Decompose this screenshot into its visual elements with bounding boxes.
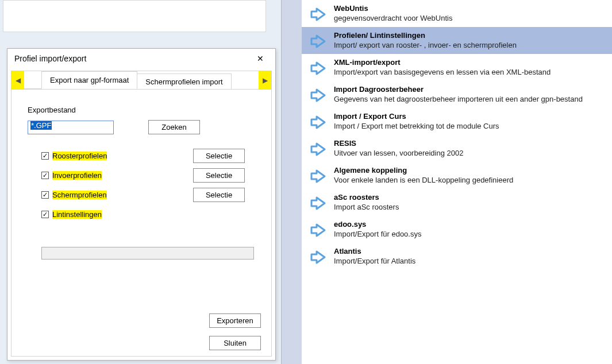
sidebar-item-desc: Gegevens van het dagroosterbeheer import… [334, 95, 606, 103]
export-arrow-icon [309, 59, 327, 78]
sidebar-item-8[interactable]: edoo.sysImport/Export für edoo.sys [302, 216, 612, 243]
chevron-right-icon: ▶ [263, 76, 268, 84]
search-button[interactable]: Zoeken [148, 120, 200, 134]
checkbox-list: Roosterprofielen Selectie Invoerprofiele… [41, 146, 259, 224]
select-button-scherm[interactable]: Selectie [193, 188, 245, 202]
chevron-left-icon: ◀ [16, 76, 21, 84]
sidebar-item-9[interactable]: AtlantisImport/Export für Atlantis [302, 243, 612, 270]
sidebar-item-desc: Import/Export für Atlantis [334, 257, 606, 265]
select-button-invoer[interactable]: Selectie [193, 168, 245, 183]
form-area: Exportbestand *.GPF Zoeken Roosterprofie… [11, 90, 271, 265]
sidebar-item-title: Import Dagroosterbeheer [334, 85, 606, 94]
close-button[interactable]: ✕ [250, 51, 271, 67]
close-dialog-button[interactable]: Sluiten [209, 336, 261, 350]
sidebar-item-5[interactable]: RESISUitvoer van lessen, voorbereiding 2… [302, 135, 612, 162]
sidebar-item-title: edoo.sys [334, 220, 606, 229]
sidebar-item-1[interactable]: Profielen/ LintinstellingenImport/ expor… [302, 27, 612, 54]
tab-row: ◀ Export naar gpf-formaat Schermprofiele… [11, 71, 271, 90]
sidebar-item-2[interactable]: XML-import/exportImport/export van basis… [302, 54, 612, 81]
background-inner [3, 0, 266, 32]
sidebar-item-6[interactable]: Algemene koppelingVoor enkele landen is … [302, 162, 612, 189]
dialog-body: ◀ Export naar gpf-formaat Schermprofiele… [11, 71, 272, 357]
check-label: Roosterprofielen [52, 152, 107, 160]
check-scherm[interactable]: Schermprofielen [41, 191, 107, 199]
checkbox-icon [41, 152, 49, 160]
sidebar-item-title: aSc roosters [334, 193, 606, 202]
sidebar-item-desc: Import / Export met betrekking tot de mo… [334, 122, 606, 130]
divider-column [282, 0, 302, 364]
export-arrow-icon [309, 194, 327, 212]
sidebar-item-title: Import / Export Curs [334, 112, 606, 121]
export-arrow-icon [309, 140, 327, 158]
check-label: Schermprofielen [52, 191, 107, 199]
sidebar-item-3[interactable]: Import DagroosterbeheerGegevens van het … [302, 81, 612, 108]
export-file-label: Exportbestand [28, 106, 259, 114]
sidebar-item-desc: Import/ export van rooster- , invoer- en… [334, 41, 606, 49]
check-label: Invoerprofielen [52, 171, 102, 180]
tab-export-gpf[interactable]: Export naar gpf-formaat [41, 71, 137, 89]
export-arrow-icon [309, 5, 327, 24]
export-arrow-icon [309, 167, 327, 185]
dialog-titlebar: Profiel import/export ✕ [7, 49, 275, 68]
sidebar-item-title: Profielen/ Lintinstellingen [334, 31, 606, 40]
check-invoer[interactable]: Invoerprofielen [41, 171, 102, 180]
sidebar-item-7[interactable]: aSc roostersImport aSc roosters [302, 189, 612, 216]
export-arrow-icon [309, 32, 327, 51]
sidebar-item-title: RESIS [334, 139, 606, 148]
export-arrow-icon [309, 221, 327, 239]
sidebar-item-desc: Import aSc roosters [334, 203, 606, 211]
sidebar-item-desc: Uitvoer van lessen, voorbereiding 2002 [334, 149, 606, 157]
export-arrow-icon [309, 248, 327, 266]
checkbox-icon [41, 172, 49, 179]
sidebar-item-title: Atlantis [334, 247, 606, 255]
select-button-rooster[interactable]: Selectie [193, 149, 245, 163]
export-button[interactable]: Exporteren [209, 313, 261, 328]
export-arrow-icon [309, 113, 327, 131]
progress-area [41, 247, 245, 260]
check-lint[interactable]: Lintinstellingen [41, 210, 102, 219]
export-arrow-icon [309, 86, 327, 104]
dialog-title: Profiel import/export [14, 54, 250, 63]
sidebar-item-0[interactable]: WebUntisgegevensoverdracht voor WebUntis [302, 0, 612, 27]
tab-scroll-left[interactable]: ◀ [11, 71, 24, 89]
sidebar-item-title: WebUntis [334, 4, 606, 13]
sidebar-item-desc: gegevensoverdracht voor WebUntis [334, 14, 606, 22]
sidebar: WebUntisgegevensoverdracht voor WebUntis… [302, 0, 612, 364]
checkbox-icon [41, 191, 49, 199]
tab-scroll-right[interactable]: ▶ [259, 71, 271, 89]
tab-scherm-import[interactable]: Schermprofielen import [137, 73, 231, 89]
sidebar-item-desc: Import/Export für edoo.sys [334, 230, 606, 238]
sidebar-item-title: Algemene koppeling [334, 166, 606, 175]
sidebar-item-desc: Voor enkele landen is een DLL-koppeling … [334, 176, 606, 184]
close-icon: ✕ [257, 54, 264, 63]
sidebar-item-4[interactable]: Import / Export CursImport / Export met … [302, 108, 612, 135]
profile-import-export-dialog: Profiel import/export ✕ ◀ Export naar gp… [7, 48, 276, 361]
check-label: Lintinstellingen [52, 210, 102, 219]
check-rooster[interactable]: Roosterprofielen [41, 152, 107, 160]
sidebar-item-desc: Import/export van basisgegevens en lesse… [334, 68, 606, 76]
checkbox-icon [41, 211, 49, 218]
progress-bar [41, 247, 254, 260]
export-file-input[interactable]: *.GPF [28, 121, 114, 134]
sidebar-item-title: XML-import/export [334, 58, 606, 67]
